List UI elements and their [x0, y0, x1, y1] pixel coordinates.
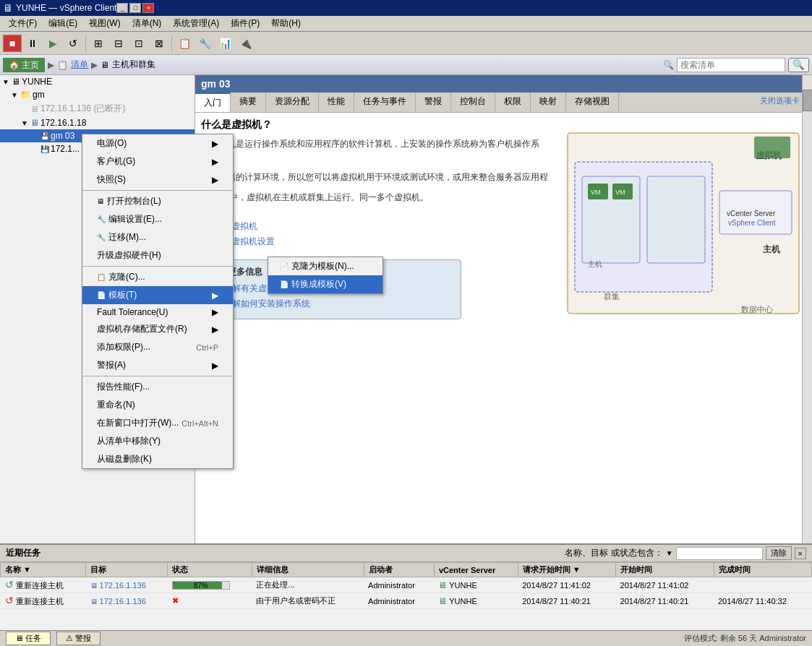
maximize-button[interactable]: □ — [129, 3, 141, 13]
cm-delete-disk[interactable]: 从磁盘删除(K) — [82, 450, 233, 468]
search-button[interactable]: 🔍 — [788, 58, 809, 72]
cm-open-console[interactable]: 🖥 打开控制台(L) — [82, 192, 233, 210]
cm-power[interactable]: 电源(O) ▶ — [82, 134, 233, 152]
status-tab-alarms[interactable]: ⚠ 警报 — [56, 632, 101, 645]
tab-storage[interactable]: 存储视图 — [566, 92, 619, 112]
tree-item-gm[interactable]: ▼ 📁 gm — [0, 88, 195, 101]
sm-clone-template[interactable]: 📄 克隆为模板(N)... — [268, 257, 383, 275]
clear-button[interactable]: 清除 — [766, 546, 792, 560]
cm-open-new-window[interactable]: 在新窗口中打开(W)... Ctrl+Alt+N — [82, 414, 233, 432]
filter-input[interactable] — [676, 547, 763, 560]
other-vm-icon: 💾 — [40, 145, 49, 153]
link-edit-vm[interactable]: 📄 编辑虚拟机设置 — [201, 236, 552, 248]
link-learn-os[interactable]: 📄 了解如何安装操作系统 — [210, 298, 452, 310]
table-row[interactable]: ↺ 重新连接主机 🖥 172.16.1.136 87% 正在处理... — [1, 577, 812, 593]
cm-remove-inventory[interactable]: 从清单中移除(Y) — [82, 432, 233, 450]
stop-button[interactable]: ■ — [3, 35, 22, 52]
cm-snapshot[interactable]: 快照(S) ▶ — [82, 171, 233, 189]
tb-btn-5[interactable]: 📋 — [175, 35, 194, 52]
cm-storage-label: 虚拟机存储配置文件(R) — [97, 323, 187, 335]
tb-btn-6[interactable]: 🔧 — [195, 35, 214, 52]
tab-tasks[interactable]: 任务与事件 — [354, 92, 416, 112]
cm-sep-3 — [82, 376, 233, 376]
cm-storage-profile[interactable]: 虚拟机存储配置文件(R) ▶ — [82, 320, 233, 338]
cm-guest-label: 客户机(G) — [97, 155, 135, 168]
cm-clone-label: 克隆(C)... — [108, 271, 145, 283]
tab-intro[interactable]: 入门 — [195, 92, 231, 112]
col-request-time[interactable]: 请求开始时间 ▼ — [518, 563, 615, 577]
tab-summary[interactable]: 摘要 — [231, 92, 266, 112]
menu-plugin[interactable]: 插件(P) — [225, 16, 265, 31]
tb-btn-3[interactable]: ⊡ — [129, 35, 148, 52]
col-status[interactable]: 状态 — [168, 563, 252, 577]
tb-btn-4[interactable]: ⊠ — [150, 35, 168, 52]
tb-btn-7[interactable]: 📊 — [215, 35, 234, 52]
col-initiator[interactable]: 启动者 — [364, 563, 434, 577]
tree-toggle-yunhe[interactable]: ▼ — [1, 78, 10, 86]
pause-button[interactable]: ⏸ — [23, 35, 42, 52]
filter-dropdown-icon: ▼ — [666, 549, 673, 557]
tasks-panel: 近期任务 名称、目标 或状态包含： ▼ 清除 × 名称 ▼ 目标 状态 详细信息… — [0, 543, 812, 630]
tree-item-host1[interactable]: 🖥 172.16.1.136 (已断开) — [0, 101, 195, 116]
col-vcenter[interactable]: vCenter Server — [434, 563, 518, 577]
content-scrollbar[interactable] — [802, 75, 812, 543]
cm-power-label: 电源(O) — [97, 137, 127, 150]
cm-migrate[interactable]: 🔧 迁移(M)... — [82, 228, 233, 246]
search-input[interactable] — [677, 58, 785, 72]
tree-root-yunhe[interactable]: ▼ 🖥 YUNHE — [0, 75, 195, 88]
cm-edit-settings[interactable]: 🔧 编辑设置(E)... — [82, 210, 233, 228]
tree-toggle-gm[interactable]: ▼ — [10, 91, 19, 99]
table-row[interactable]: ↺ 重新连接主机 🖥 172.16.1.136 ✖ 由于用户名或密码不正 Adm… — [1, 593, 812, 609]
cm-clone[interactable]: 📋 克隆(C)... — [82, 268, 233, 286]
tab-permissions[interactable]: 权限 — [495, 92, 531, 112]
cm-report-perf[interactable]: 报告性能(F)... — [82, 378, 233, 396]
status-tab-tasks[interactable]: 🖥 任务 — [6, 632, 51, 645]
close-button[interactable]: × — [142, 3, 154, 13]
cm-alarm[interactable]: 警报(A) ▶ — [82, 356, 233, 374]
tab-maps[interactable]: 映射 — [531, 92, 566, 112]
intro-para-3: Server 中，虚拟机在主机或群集上运行。同一多个虚拟机。 — [201, 191, 552, 204]
col-name[interactable]: 名称 ▼ — [1, 563, 86, 577]
refresh-button[interactable]: ↺ — [64, 35, 82, 52]
menu-file[interactable]: 文件(F) — [3, 16, 43, 31]
tree-item-host2[interactable]: ▼ 🖥 172.16.1.18 — [0, 116, 195, 129]
tb-btn-8[interactable]: 🔌 — [236, 35, 255, 52]
minimize-button[interactable]: _ — [116, 3, 128, 13]
host1-icon: 🖥 — [30, 104, 39, 114]
tab-alarms[interactable]: 警报 — [416, 92, 451, 112]
cm-upgrade-hw[interactable]: 升级虚拟硬件(H) — [82, 246, 233, 264]
svg-rect-9 — [647, 176, 705, 263]
sm-convert-template[interactable]: 📄 转换成模板(V) — [268, 275, 383, 293]
scrollbar-thumb[interactable] — [803, 90, 812, 111]
col-end-time[interactable]: 完成时间 — [714, 563, 812, 577]
menu-admin[interactable]: 系统管理(A) — [167, 16, 225, 31]
cm-report-label: 报告性能(F)... — [97, 381, 150, 393]
nav-inventory[interactable]: 清单 — [71, 59, 88, 71]
play-button[interactable]: ▶ — [43, 35, 62, 52]
menu-inventory[interactable]: 清单(N) — [127, 16, 168, 31]
cm-template[interactable]: 📄 模板(T) ▶ — [82, 286, 233, 304]
tab-performance[interactable]: 性能 — [319, 92, 354, 112]
link-new-vm[interactable]: 📄 新建虚拟机 — [201, 220, 552, 233]
tree-toggle-host2[interactable]: ▼ — [20, 119, 29, 127]
tb-btn-1[interactable]: ⊞ — [89, 35, 108, 52]
yunhe-icon: 🖥 — [12, 77, 20, 87]
cm-rename[interactable]: 重命名(N) — [82, 396, 233, 414]
menu-edit[interactable]: 编辑(E) — [43, 16, 83, 31]
close-tasks-button[interactable]: × — [795, 548, 806, 559]
home-button[interactable]: 🏠 主页 — [3, 58, 45, 72]
cm-guest[interactable]: 客户机(G) ▶ — [82, 152, 233, 171]
col-start-time[interactable]: 开始时间 — [616, 563, 714, 577]
tree-label-gm: gm — [33, 90, 45, 100]
col-target[interactable]: 目标 — [86, 563, 168, 577]
cm-fault-tolerance[interactable]: Fault Tolerance(U) ▶ — [82, 304, 233, 320]
tree-label-host2: 172.16.1.18 — [40, 118, 86, 128]
menu-help[interactable]: 帮助(H) — [265, 16, 307, 31]
tab-resource[interactable]: 资源分配 — [266, 92, 319, 112]
menu-view[interactable]: 视图(W) — [83, 16, 126, 31]
tb-btn-2[interactable]: ⊟ — [109, 35, 128, 52]
col-detail[interactable]: 详细信息 — [252, 563, 364, 577]
tab-console[interactable]: 控制台 — [451, 92, 495, 112]
filter-area: 名称、目标 或状态包含： ▼ 清除 × — [565, 546, 806, 560]
cm-add-permission[interactable]: 添加权限(P)... Ctrl+P — [82, 338, 233, 356]
